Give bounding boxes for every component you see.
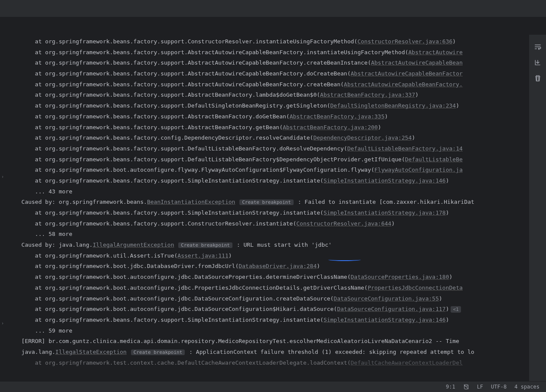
source-link[interactable]: AbstractAutowireCapableBeanFactory. bbox=[344, 81, 463, 88]
source-link[interactable]: DataSourceProperties.java:180 bbox=[351, 274, 449, 280]
soft-wrap-icon[interactable] bbox=[533, 42, 542, 51]
error-line: [ERROR] br.com.guntz.clinica.medica.api.… bbox=[8, 336, 529, 347]
caused-by-line: Caused by: org.springframework.beans.Bea… bbox=[8, 197, 529, 208]
exception-link[interactable]: IllegalStateException bbox=[56, 349, 127, 355]
source-link[interactable]: DataSourceConfiguration.java:117 bbox=[337, 306, 445, 312]
source-link[interactable]: SimpleInstantiationStrategy.java:146 bbox=[324, 177, 446, 184]
stack-trace-line: ... 43 more bbox=[8, 186, 529, 197]
source-link[interactable]: AbstractBeanFactory.java:335 bbox=[290, 113, 385, 120]
source-link[interactable]: DefaultListableBe bbox=[405, 156, 463, 163]
source-link[interactable]: DatabaseDriver.java:284 bbox=[239, 263, 317, 269]
tab-bar bbox=[0, 17, 546, 35]
source-link[interactable]: AbstractBeanFactory.java:337 bbox=[320, 91, 415, 98]
stack-trace-line: at org.springframework.beans.factory.sup… bbox=[8, 315, 529, 326]
stack-trace-line: at org.springframework.beans.factory.sup… bbox=[8, 47, 529, 58]
stack-trace-line: at org.springframework.boot.autoconfigur… bbox=[8, 304, 529, 315]
stack-trace-line: at org.springframework.util.Assert.isTru… bbox=[8, 251, 529, 261]
status-bar: 9:1 LF UTF-8 4 spaces bbox=[0, 381, 546, 392]
stack-trace-line: at org.springframework.beans.factory.sup… bbox=[8, 69, 529, 79]
stack-trace-line: ... 59 more bbox=[8, 326, 529, 336]
source-link[interactable]: AbstractAutowire bbox=[409, 49, 463, 56]
stack-trace-line: at org.springframework.boot.autoconfigur… bbox=[8, 283, 529, 294]
stack-trace-line: at org.springframework.boot.jdbc.Databas… bbox=[8, 261, 529, 272]
source-link[interactable]: Assert.java:111 bbox=[177, 252, 228, 259]
stack-trace-line: at org.springframework.beans.factory.sup… bbox=[8, 101, 529, 111]
exception-link[interactable]: IllegalArgumentException bbox=[93, 242, 174, 248]
source-link[interactable]: SimpleInstantiationStrategy.java:178 bbox=[324, 209, 446, 216]
caused-by-line: java.lang.IllegalStateException Create b… bbox=[8, 347, 529, 358]
stack-trace-line: at org.springframework.beans.factory.sup… bbox=[8, 219, 529, 229]
source-link[interactable]: AbstractAutowireCapableBean bbox=[371, 59, 462, 66]
scroll-to-end-icon[interactable] bbox=[533, 58, 542, 67]
create-breakpoint-button[interactable]: Create breakpoint bbox=[131, 350, 185, 355]
create-breakpoint-button[interactable]: Create breakpoint bbox=[178, 242, 232, 248]
source-link[interactable]: AbstractAutowireCapableBeanFactor bbox=[351, 70, 463, 77]
caused-by-line: Caused by: java.lang.IllegalArgumentExce… bbox=[8, 240, 529, 251]
stack-trace-line: at org.springframework.boot.autoconfigur… bbox=[8, 272, 529, 283]
indent-info[interactable]: 4 spaces bbox=[514, 382, 539, 392]
exception-link[interactable]: BeanInstantiationException bbox=[147, 199, 235, 205]
source-link[interactable]: DataSourceConfiguration.java:55 bbox=[333, 295, 439, 302]
source-link[interactable]: DependencyDescriptor.java:254 bbox=[313, 134, 412, 141]
stack-trace-line: at org.springframework.beans.factory.con… bbox=[8, 133, 529, 144]
line-separator[interactable]: LF bbox=[477, 382, 483, 392]
stack-trace-line: ... 58 more bbox=[8, 229, 529, 240]
console-toolbar bbox=[529, 35, 546, 381]
stack-trace-line: at org.springframework.beans.factory.sup… bbox=[8, 58, 529, 69]
source-link[interactable]: DefaultCacheAwareContextLoaderDel bbox=[351, 359, 463, 366]
source-link[interactable]: PropertiesJdbcConnectionDeta bbox=[368, 284, 463, 291]
stack-trace-line: at org.springframework.beans.factory.sup… bbox=[8, 154, 529, 165]
stack-trace-line: at org.springframework.boot.autoconfigur… bbox=[8, 294, 529, 304]
inlay-hint: <1 bbox=[451, 306, 461, 313]
source-link[interactable]: ConstructorResolver.java:644 bbox=[296, 220, 391, 227]
source-link[interactable]: DefaultListableBeanFactory.java:14 bbox=[347, 145, 463, 152]
stack-trace-line: at org.springframework.beans.factory.sup… bbox=[8, 144, 529, 154]
stack-trace-line: at org.springframework.beans.factory.sup… bbox=[8, 111, 529, 122]
cursor-position[interactable]: 9:1 bbox=[446, 382, 455, 392]
gutter: › › bbox=[0, 35, 7, 381]
fold-marker-icon[interactable]: › bbox=[1, 173, 4, 181]
stack-trace-line: at org.springframework.beans.factory.sup… bbox=[8, 176, 529, 186]
stack-trace-line: at org.springframework.beans.factory.sup… bbox=[8, 79, 529, 90]
console-output[interactable]: at org.springframework.beans.factory.sup… bbox=[7, 35, 529, 381]
stack-trace-line: at org.springframework.test.context.cach… bbox=[8, 358, 529, 369]
console-container: › › at org.springframework.beans.factory… bbox=[0, 35, 546, 381]
clear-all-icon[interactable] bbox=[533, 74, 542, 82]
source-link[interactable]: ConstructorResolver.java:636 bbox=[357, 38, 452, 45]
source-link[interactable]: SimpleInstantiationStrategy.java:146 bbox=[324, 317, 446, 323]
stack-trace-line: at org.springframework.boot.autoconfigur… bbox=[8, 165, 529, 176]
stack-trace-line: at org.springframework.beans.factory.sup… bbox=[8, 208, 529, 219]
stack-trace-line: at org.springframework.beans.factory.sup… bbox=[8, 122, 529, 133]
source-link[interactable]: DefaultSingletonBeanRegistry.java:234 bbox=[330, 102, 456, 109]
source-link[interactable]: AbstractBeanFactory.java:200 bbox=[283, 124, 378, 131]
scrollbar[interactable] bbox=[523, 35, 529, 381]
file-encoding[interactable]: UTF-8 bbox=[491, 382, 507, 392]
database-off-icon[interactable] bbox=[463, 384, 469, 390]
create-breakpoint-button[interactable]: Create breakpoint bbox=[239, 199, 294, 205]
fold-marker-icon[interactable]: › bbox=[1, 319, 4, 327]
stack-trace-line: at org.springframework.beans.factory.sup… bbox=[8, 90, 529, 101]
source-link[interactable]: FlywayAutoConfiguration.ja bbox=[374, 167, 463, 173]
stack-trace-line: at org.springframework.beans.factory.sup… bbox=[8, 36, 529, 47]
title-bar bbox=[0, 0, 546, 17]
